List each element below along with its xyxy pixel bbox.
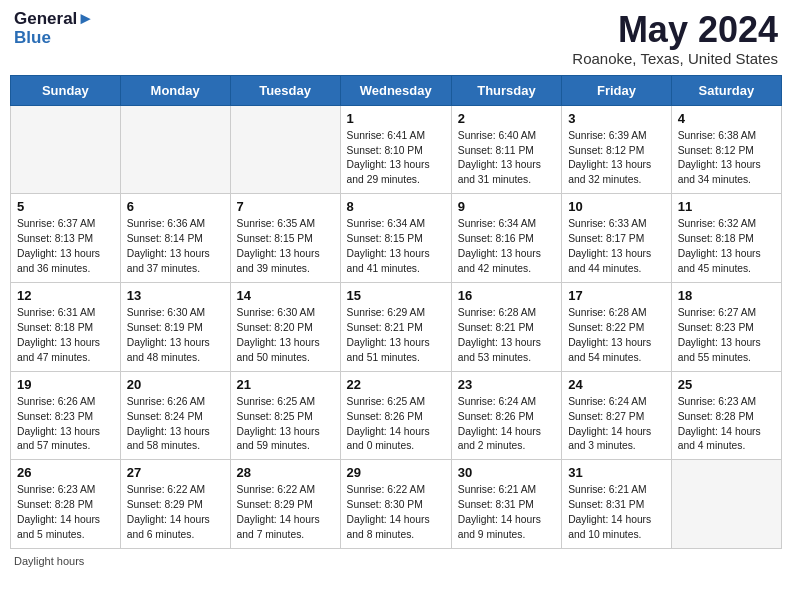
day-number: 24 (568, 377, 666, 392)
day-number: 18 (678, 288, 776, 303)
day-number: 16 (458, 288, 556, 303)
day-info: Sunrise: 6:25 AM Sunset: 8:26 PM Dayligh… (347, 395, 446, 455)
day-info: Sunrise: 6:39 AM Sunset: 8:12 PM Dayligh… (568, 129, 666, 189)
calendar-cell: 31Sunrise: 6:21 AM Sunset: 8:31 PM Dayli… (562, 460, 672, 549)
day-number: 11 (678, 199, 776, 214)
calendar-cell: 16Sunrise: 6:28 AM Sunset: 8:21 PM Dayli… (451, 282, 561, 371)
day-info: Sunrise: 6:35 AM Sunset: 8:15 PM Dayligh… (237, 217, 335, 277)
calendar-cell (120, 105, 230, 194)
calendar-cell: 24Sunrise: 6:24 AM Sunset: 8:27 PM Dayli… (562, 371, 672, 460)
calendar-body: 1Sunrise: 6:41 AM Sunset: 8:10 PM Daylig… (11, 105, 782, 548)
day-number: 19 (17, 377, 115, 392)
week-row-0: 1Sunrise: 6:41 AM Sunset: 8:10 PM Daylig… (11, 105, 782, 194)
title-block: May 2024 Roanoke, Texas, United States (572, 10, 778, 67)
day-number: 26 (17, 465, 115, 480)
day-number: 6 (127, 199, 225, 214)
logo: General► Blue (14, 10, 94, 47)
dow-header-saturday: Saturday (671, 75, 781, 105)
day-number: 21 (237, 377, 335, 392)
dow-header-wednesday: Wednesday (340, 75, 451, 105)
calendar-cell: 13Sunrise: 6:30 AM Sunset: 8:19 PM Dayli… (120, 282, 230, 371)
day-info: Sunrise: 6:22 AM Sunset: 8:30 PM Dayligh… (347, 483, 446, 543)
day-number: 1 (347, 111, 446, 126)
day-number: 29 (347, 465, 446, 480)
day-number: 17 (568, 288, 666, 303)
calendar-cell: 28Sunrise: 6:22 AM Sunset: 8:29 PM Dayli… (230, 460, 340, 549)
calendar-cell: 11Sunrise: 6:32 AM Sunset: 8:18 PM Dayli… (671, 194, 781, 283)
dow-header-monday: Monday (120, 75, 230, 105)
calendar-cell: 15Sunrise: 6:29 AM Sunset: 8:21 PM Dayli… (340, 282, 451, 371)
day-number: 23 (458, 377, 556, 392)
day-number: 13 (127, 288, 225, 303)
day-info: Sunrise: 6:21 AM Sunset: 8:31 PM Dayligh… (458, 483, 556, 543)
day-info: Sunrise: 6:37 AM Sunset: 8:13 PM Dayligh… (17, 217, 115, 277)
day-number: 10 (568, 199, 666, 214)
calendar-cell: 29Sunrise: 6:22 AM Sunset: 8:30 PM Dayli… (340, 460, 451, 549)
footer-note: Daylight hours (10, 555, 782, 567)
day-number: 20 (127, 377, 225, 392)
day-number: 31 (568, 465, 666, 480)
day-info: Sunrise: 6:24 AM Sunset: 8:27 PM Dayligh… (568, 395, 666, 455)
day-info: Sunrise: 6:33 AM Sunset: 8:17 PM Dayligh… (568, 217, 666, 277)
day-number: 12 (17, 288, 115, 303)
calendar-table: SundayMondayTuesdayWednesdayThursdayFrid… (10, 75, 782, 549)
calendar-cell: 8Sunrise: 6:34 AM Sunset: 8:15 PM Daylig… (340, 194, 451, 283)
day-number: 4 (678, 111, 776, 126)
day-number: 15 (347, 288, 446, 303)
day-info: Sunrise: 6:30 AM Sunset: 8:20 PM Dayligh… (237, 306, 335, 366)
day-info: Sunrise: 6:34 AM Sunset: 8:15 PM Dayligh… (347, 217, 446, 277)
calendar-cell: 18Sunrise: 6:27 AM Sunset: 8:23 PM Dayli… (671, 282, 781, 371)
day-info: Sunrise: 6:24 AM Sunset: 8:26 PM Dayligh… (458, 395, 556, 455)
day-info: Sunrise: 6:38 AM Sunset: 8:12 PM Dayligh… (678, 129, 776, 189)
logo-line1: General► (14, 10, 94, 29)
day-info: Sunrise: 6:25 AM Sunset: 8:25 PM Dayligh… (237, 395, 335, 455)
day-number: 3 (568, 111, 666, 126)
page-header: General► Blue May 2024 Roanoke, Texas, U… (10, 10, 782, 67)
day-number: 14 (237, 288, 335, 303)
calendar-cell: 6Sunrise: 6:36 AM Sunset: 8:14 PM Daylig… (120, 194, 230, 283)
day-info: Sunrise: 6:28 AM Sunset: 8:21 PM Dayligh… (458, 306, 556, 366)
day-number: 2 (458, 111, 556, 126)
day-info: Sunrise: 6:26 AM Sunset: 8:24 PM Dayligh… (127, 395, 225, 455)
week-row-3: 19Sunrise: 6:26 AM Sunset: 8:23 PM Dayli… (11, 371, 782, 460)
dow-header-tuesday: Tuesday (230, 75, 340, 105)
location: Roanoke, Texas, United States (572, 50, 778, 67)
day-number: 22 (347, 377, 446, 392)
calendar-cell: 1Sunrise: 6:41 AM Sunset: 8:10 PM Daylig… (340, 105, 451, 194)
day-info: Sunrise: 6:21 AM Sunset: 8:31 PM Dayligh… (568, 483, 666, 543)
week-row-1: 5Sunrise: 6:37 AM Sunset: 8:13 PM Daylig… (11, 194, 782, 283)
day-info: Sunrise: 6:28 AM Sunset: 8:22 PM Dayligh… (568, 306, 666, 366)
calendar-cell: 9Sunrise: 6:34 AM Sunset: 8:16 PM Daylig… (451, 194, 561, 283)
dow-header-thursday: Thursday (451, 75, 561, 105)
month-title: May 2024 (572, 10, 778, 50)
day-number: 30 (458, 465, 556, 480)
calendar-cell: 7Sunrise: 6:35 AM Sunset: 8:15 PM Daylig… (230, 194, 340, 283)
calendar-cell: 30Sunrise: 6:21 AM Sunset: 8:31 PM Dayli… (451, 460, 561, 549)
day-info: Sunrise: 6:36 AM Sunset: 8:14 PM Dayligh… (127, 217, 225, 277)
day-number: 5 (17, 199, 115, 214)
calendar-cell: 17Sunrise: 6:28 AM Sunset: 8:22 PM Dayli… (562, 282, 672, 371)
day-number: 28 (237, 465, 335, 480)
calendar-cell (230, 105, 340, 194)
calendar-cell: 27Sunrise: 6:22 AM Sunset: 8:29 PM Dayli… (120, 460, 230, 549)
dow-header-friday: Friday (562, 75, 672, 105)
day-info: Sunrise: 6:30 AM Sunset: 8:19 PM Dayligh… (127, 306, 225, 366)
week-row-4: 26Sunrise: 6:23 AM Sunset: 8:28 PM Dayli… (11, 460, 782, 549)
calendar-cell: 4Sunrise: 6:38 AM Sunset: 8:12 PM Daylig… (671, 105, 781, 194)
week-row-2: 12Sunrise: 6:31 AM Sunset: 8:18 PM Dayli… (11, 282, 782, 371)
calendar-cell: 19Sunrise: 6:26 AM Sunset: 8:23 PM Dayli… (11, 371, 121, 460)
day-info: Sunrise: 6:23 AM Sunset: 8:28 PM Dayligh… (17, 483, 115, 543)
day-info: Sunrise: 6:41 AM Sunset: 8:10 PM Dayligh… (347, 129, 446, 189)
calendar-cell: 23Sunrise: 6:24 AM Sunset: 8:26 PM Dayli… (451, 371, 561, 460)
day-info: Sunrise: 6:40 AM Sunset: 8:11 PM Dayligh… (458, 129, 556, 189)
calendar-cell: 25Sunrise: 6:23 AM Sunset: 8:28 PM Dayli… (671, 371, 781, 460)
calendar-cell: 12Sunrise: 6:31 AM Sunset: 8:18 PM Dayli… (11, 282, 121, 371)
day-of-week-header: SundayMondayTuesdayWednesdayThursdayFrid… (11, 75, 782, 105)
calendar-cell (11, 105, 121, 194)
calendar-cell: 14Sunrise: 6:30 AM Sunset: 8:20 PM Dayli… (230, 282, 340, 371)
day-number: 9 (458, 199, 556, 214)
day-info: Sunrise: 6:29 AM Sunset: 8:21 PM Dayligh… (347, 306, 446, 366)
logo-line2: Blue (14, 29, 94, 48)
day-info: Sunrise: 6:34 AM Sunset: 8:16 PM Dayligh… (458, 217, 556, 277)
calendar-cell: 5Sunrise: 6:37 AM Sunset: 8:13 PM Daylig… (11, 194, 121, 283)
